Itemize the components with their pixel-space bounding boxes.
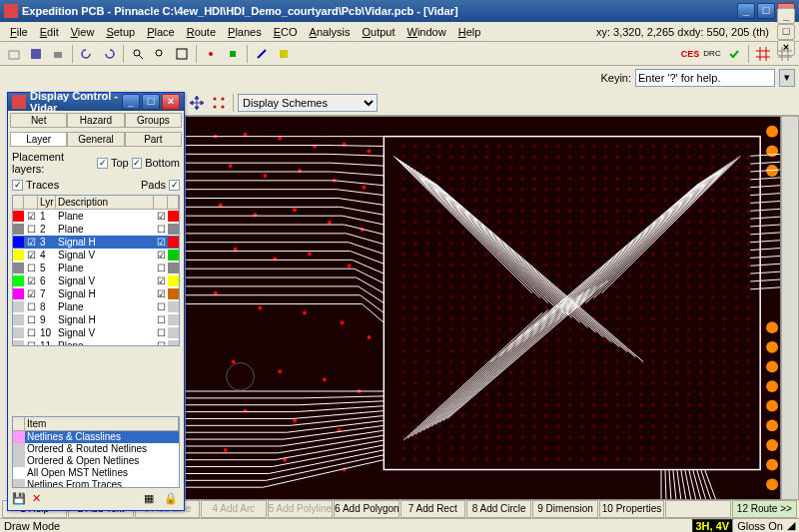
layer-row[interactable]: ☐10Signal V☐ — [13, 326, 179, 339]
svg-point-297 — [734, 231, 738, 235]
traces-checkbox[interactable] — [12, 180, 23, 191]
pcb-canvas[interactable] — [185, 116, 781, 500]
bottom-checkbox[interactable] — [132, 158, 142, 169]
menu-route[interactable]: Route — [181, 24, 222, 40]
tool2-icon[interactable] — [223, 44, 243, 64]
fn-button-9[interactable]: 9 Dimension — [532, 500, 597, 518]
fn-button-11[interactable] — [665, 500, 730, 518]
save-icon[interactable] — [26, 44, 46, 64]
dc-close-button[interactable]: × — [162, 94, 180, 110]
fn-button-5[interactable]: 5 Add Polyline — [268, 500, 333, 518]
svg-point-251 — [544, 220, 548, 224]
svg-point-876 — [484, 446, 488, 450]
tab-general[interactable]: General — [67, 132, 124, 147]
tab-layer[interactable]: Layer — [10, 132, 67, 147]
svg-point-69 — [520, 155, 524, 159]
snap-icon[interactable] — [209, 93, 229, 113]
svg-point-309 — [520, 242, 524, 246]
tool-icon[interactable] — [201, 44, 221, 64]
item-row[interactable]: All Open MST Netlines — [13, 467, 179, 479]
svg-point-788 — [508, 414, 512, 418]
print-icon[interactable] — [48, 44, 68, 64]
menu-window[interactable]: Window — [401, 24, 452, 40]
layer-row[interactable]: ☐8Plane☐ — [13, 300, 179, 313]
fn-button-10[interactable]: 10 Properties — [599, 500, 664, 518]
keyin-input[interactable] — [635, 69, 775, 87]
ces-icon[interactable]: CES — [680, 44, 700, 64]
fn-button-12[interactable]: 12 Route >> — [732, 500, 797, 518]
menu-analysis[interactable]: Analysis — [304, 24, 357, 40]
svg-point-903 — [449, 457, 453, 461]
tool4-icon[interactable] — [274, 44, 294, 64]
svg-point-814 — [461, 424, 465, 428]
menu-planes[interactable]: Planes — [222, 24, 268, 40]
layer-row[interactable]: ☑1Plane☑ — [13, 210, 179, 223]
layer-row[interactable]: ☐11Plane☐ — [13, 339, 179, 346]
item-row[interactable]: Ordered & Routed Netlines — [13, 443, 179, 455]
item-row[interactable]: Ordered & Open Netlines — [13, 455, 179, 467]
svg-point-180 — [413, 199, 417, 203]
vertical-scrollbar[interactable] — [781, 116, 799, 500]
fn-button-4[interactable]: 4 Add Arc — [201, 500, 266, 518]
dc-lock-icon[interactable]: 🔒 — [164, 492, 180, 508]
fit-icon[interactable] — [172, 44, 192, 64]
menu-place[interactable]: Place — [141, 24, 181, 40]
svg-point-254 — [580, 220, 584, 224]
open-icon[interactable] — [4, 44, 24, 64]
fn-button-7[interactable]: 7 Add Rect — [400, 500, 465, 518]
check-icon[interactable] — [724, 44, 744, 64]
layer-list[interactable]: Lyr Description ☑1Plane☑☐2Plane☐☑3Signal… — [12, 195, 180, 346]
undo-icon[interactable] — [77, 44, 97, 64]
minimize-button[interactable]: _ — [737, 3, 755, 19]
item-list[interactable]: Item Netlines & ClasslinesOrdered & Rout… — [12, 416, 180, 488]
svg-point-757 — [496, 403, 500, 407]
fn-button-6[interactable]: 6 Add Polygon — [334, 500, 399, 518]
layer-row[interactable]: ☐5Plane☐ — [13, 262, 179, 274]
menu-help[interactable]: Help — [452, 24, 487, 40]
doc-minimize-button[interactable]: _ — [777, 8, 795, 24]
item-row[interactable]: Netlines From Traces — [13, 479, 179, 488]
doc-maximize-button[interactable]: □ — [777, 24, 795, 40]
svg-point-914 — [580, 457, 584, 461]
menu-setup[interactable]: Setup — [100, 24, 141, 40]
svg-point-70 — [532, 155, 536, 159]
layer-row[interactable]: ☑7Signal H☑ — [13, 287, 179, 300]
tab-hazard[interactable]: Hazard — [67, 113, 124, 128]
zoom-icon[interactable] — [150, 44, 170, 64]
tab-part[interactable]: Part — [125, 132, 182, 147]
dc-minimize-button[interactable]: _ — [122, 94, 140, 110]
grid2-icon[interactable] — [775, 44, 795, 64]
find-icon[interactable] — [128, 44, 148, 64]
display-control-window[interactable]: Display Control - Vidar _ □ × Net Hazard… — [7, 92, 185, 511]
resize-grip-icon[interactable]: ◢ — [787, 519, 795, 532]
tab-groups[interactable]: Groups — [125, 113, 182, 128]
svg-point-455 — [473, 295, 477, 299]
tab-net[interactable]: Net — [10, 113, 67, 128]
pads-checkbox[interactable] — [169, 180, 180, 191]
layer-row[interactable]: ☑4Signal V☑ — [13, 249, 179, 262]
grid-icon[interactable] — [753, 44, 773, 64]
menu-view[interactable]: View — [65, 24, 101, 40]
dc-save-icon[interactable]: 💾 — [12, 492, 28, 508]
menu-file[interactable]: File — [4, 24, 34, 40]
tool3-icon[interactable] — [252, 44, 272, 64]
maximize-button[interactable]: □ — [757, 3, 775, 19]
move-icon[interactable] — [187, 93, 207, 113]
item-row[interactable]: Netlines & Classlines — [13, 431, 179, 443]
keyin-dropdown[interactable]: ▾ — [779, 69, 795, 87]
dc-layers-icon[interactable]: ▦ — [144, 492, 160, 508]
dc-delete-icon[interactable]: ✕ — [32, 492, 48, 508]
menu-eco[interactable]: ECO — [268, 24, 304, 40]
dc-maximize-button[interactable]: □ — [142, 94, 160, 110]
top-checkbox[interactable] — [97, 158, 107, 169]
menu-edit[interactable]: Edit — [34, 24, 65, 40]
redo-icon[interactable] — [99, 44, 119, 64]
layer-row[interactable]: ☑6Signal V☑ — [13, 274, 179, 287]
layer-row[interactable]: ☑3Signal H☑ — [13, 236, 179, 249]
drc-icon[interactable]: DRC — [702, 44, 722, 64]
layer-row[interactable]: ☐2Plane☐ — [13, 223, 179, 236]
fn-button-8[interactable]: 8 Add Circle — [466, 500, 531, 518]
layer-row[interactable]: ☐9Signal H☐ — [13, 313, 179, 326]
menu-output[interactable]: Output — [357, 24, 401, 40]
scheme-select[interactable]: Display Schemes — [238, 94, 378, 112]
